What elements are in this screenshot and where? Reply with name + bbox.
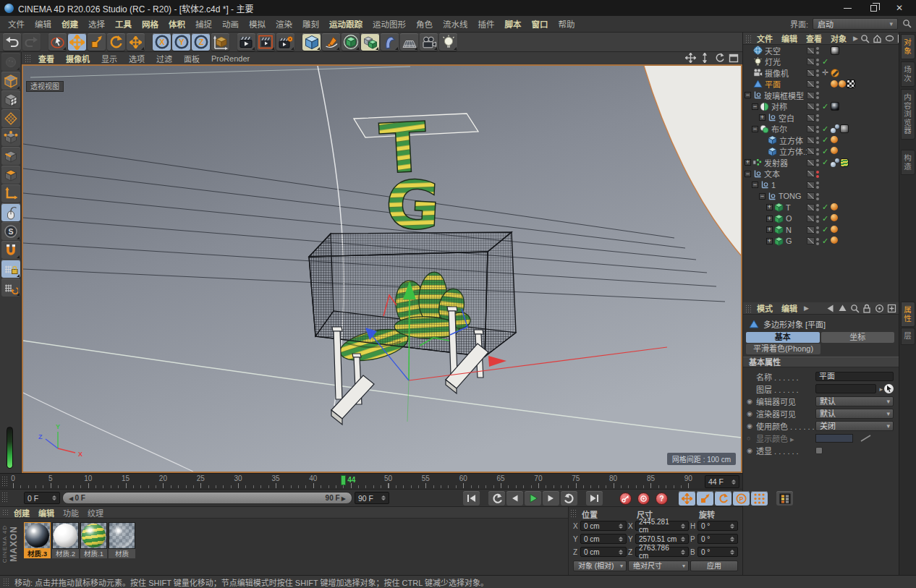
mat-stripe-tag-icon[interactable] (840, 158, 849, 167)
menu-选择[interactable]: 选择 (83, 16, 110, 32)
apply-button[interactable]: 应用 (690, 561, 738, 571)
home-icon[interactable] (873, 33, 883, 43)
range-end-field[interactable]: 90 F (355, 492, 389, 504)
model-mode-button[interactable] (1, 72, 20, 90)
object-row-灯光[interactable]: 灯光✓ (743, 56, 899, 68)
mat-gray-tag-icon[interactable] (831, 46, 839, 55)
expander-icon[interactable]: − (745, 92, 751, 98)
om-menu-查看[interactable]: 查看 (802, 32, 826, 45)
panel-grip[interactable] (3, 578, 9, 586)
camera-target-icon[interactable]: ✛ (820, 68, 830, 77)
layer-input[interactable] (815, 384, 876, 393)
preview-range-slider[interactable]: ◀ 0 F 90 F ▶ (62, 492, 352, 504)
phong-tag-icon[interactable] (831, 147, 838, 154)
key-pla-button[interactable] (751, 491, 768, 506)
expander-icon[interactable]: + (766, 226, 773, 233)
visibility-dots[interactable] (816, 148, 819, 155)
material-thumbnail[interactable] (109, 522, 135, 549)
material-thumbnail[interactable] (52, 522, 79, 549)
menu-脚本[interactable]: 脚本 (500, 16, 527, 32)
object-row-对称[interactable]: −对称✓ (743, 101, 899, 113)
color-swatch[interactable] (815, 434, 853, 443)
planar-workplane-button[interactable] (1, 278, 20, 297)
move-tool-button[interactable] (68, 33, 86, 51)
lock-icon[interactable] (862, 303, 872, 313)
am-menu-编辑[interactable]: 编辑 (777, 302, 802, 315)
object-row-立方体[interactable]: 立方体✓ (743, 135, 899, 146)
select-编辑器可见[interactable]: 默认 (815, 396, 894, 406)
viewport-canvas[interactable]: T G (22, 64, 742, 473)
texture-mode-button[interactable] (1, 90, 20, 108)
layer-picker-button[interactable] (884, 384, 894, 393)
autokey-button[interactable] (635, 491, 652, 506)
layer-box[interactable] (807, 192, 815, 200)
coord-mode-select[interactable]: 绝对尺寸 (628, 561, 689, 571)
history-back-icon[interactable] (825, 303, 835, 313)
visibility-dots[interactable] (816, 226, 819, 234)
menu-编辑[interactable]: 编辑 (30, 16, 56, 32)
previous-frame-button[interactable] (506, 491, 523, 506)
enable-axis-button[interactable] (1, 184, 20, 203)
camera-objects-button[interactable] (420, 33, 438, 51)
enabled-check-icon[interactable]: ✓ (820, 57, 830, 67)
panel-tab-场次[interactable]: 场次 (901, 61, 915, 87)
material-thumbnail[interactable] (24, 522, 51, 549)
menu-帮助[interactable]: 帮助 (554, 16, 580, 32)
maximize-view-icon[interactable] (728, 53, 739, 63)
expander-icon[interactable]: − (752, 182, 758, 188)
mat-noise-tag-icon[interactable] (840, 124, 849, 133)
expander-icon[interactable]: + (766, 216, 773, 222)
object-row-T[interactable]: +T✓ (743, 202, 899, 213)
visibility-dots[interactable] (816, 103, 819, 111)
checkbox-透显[interactable] (815, 447, 823, 454)
om-menu-文件[interactable]: 文件 (752, 32, 777, 45)
object-row-玻璃框模型[interactable]: −玻璃框模型 (743, 90, 899, 101)
object-row-摄像机[interactable]: 摄像机✛ (743, 67, 899, 79)
layer-box[interactable] (807, 80, 815, 88)
menu-窗口[interactable]: 窗口 (527, 16, 554, 32)
layer-box[interactable] (807, 148, 815, 155)
record-keyframe-button[interactable] (617, 491, 634, 506)
menu-overflow-icon[interactable]: ▶ (802, 304, 810, 312)
am-menu-模式[interactable]: 模式 (752, 302, 777, 315)
add-primitive-button[interactable] (302, 33, 321, 51)
search-icon[interactable] (849, 303, 860, 313)
menu-体积[interactable]: 体积 (164, 16, 190, 32)
minimize-button[interactable] (844, 8, 852, 9)
render-view-button[interactable] (237, 33, 255, 51)
expander-icon[interactable]: − (752, 103, 758, 110)
coord-field-位置-X[interactable]: 0 cm (580, 521, 627, 531)
layer-box[interactable] (807, 125, 815, 132)
new-panel-icon[interactable] (886, 303, 896, 313)
coord-mode-select[interactable]: 对象 (相对) (573, 561, 627, 571)
enabled-check-icon[interactable]: ✓ (820, 214, 830, 223)
snap-settings-button[interactable]: S (1, 222, 20, 240)
visibility-dots[interactable] (816, 171, 819, 178)
object-row-1[interactable]: −1 (743, 179, 899, 191)
visibility-dots[interactable] (816, 114, 819, 122)
om-menu-编辑[interactable]: 编辑 (777, 32, 802, 45)
edges-mode-button[interactable] (1, 147, 20, 165)
keying-options-button[interactable]: ? (653, 491, 670, 506)
phong-tag-icon[interactable] (831, 226, 838, 233)
frame-ruler[interactable]: 051015202530354050556065707580859044 (6, 474, 699, 490)
enabled-check-icon[interactable]: ✓ (820, 124, 830, 134)
coord-field-旋转-B[interactable]: 0 ° (697, 547, 738, 557)
checker-tag-icon[interactable] (847, 80, 855, 88)
layer-box[interactable] (807, 92, 815, 99)
material-材质.1[interactable]: 材质.1 (80, 522, 107, 558)
environment-objects-button[interactable] (400, 33, 418, 51)
panel-grip[interactable] (745, 304, 752, 312)
visibility-dots[interactable] (816, 81, 819, 88)
pan-view-icon[interactable] (684, 53, 696, 63)
redo-button[interactable] (22, 33, 41, 51)
no-entry-tag-icon[interactable] (831, 69, 839, 77)
layer-box[interactable] (807, 204, 815, 211)
viewport-menu-选项[interactable]: 选项 (123, 52, 150, 65)
object-row-文本[interactable]: −文本 (743, 169, 899, 180)
play-button[interactable] (525, 491, 541, 506)
spline-pen-button[interactable] (322, 33, 340, 51)
coord-field-旋转-P[interactable]: 0 ° (697, 534, 738, 544)
visibility-dots[interactable] (816, 159, 819, 166)
object-row-G[interactable]: +G✓ (743, 236, 899, 247)
